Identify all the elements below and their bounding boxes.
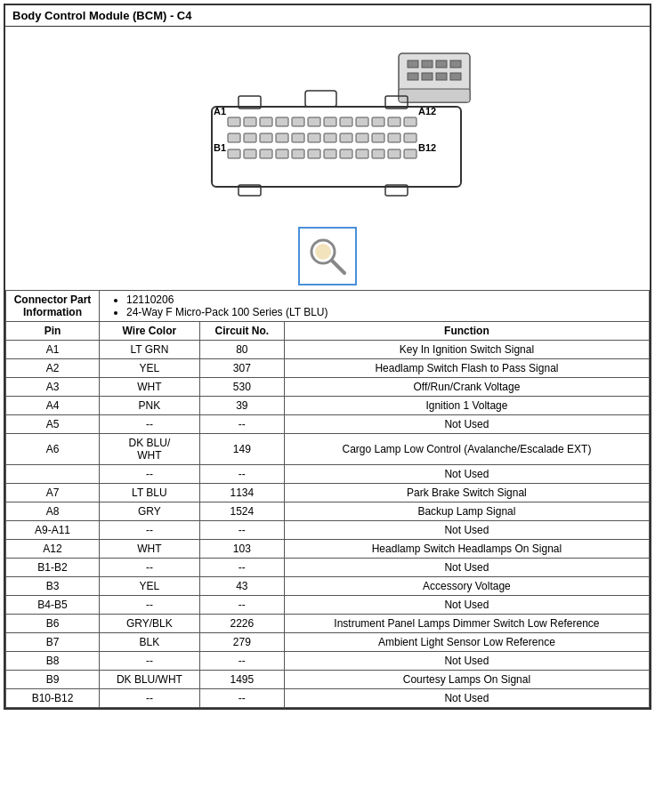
cell-pin: A3: [6, 378, 100, 397]
cell-circuit: 103: [199, 540, 284, 559]
svg-rect-46: [324, 149, 336, 158]
svg-rect-34: [324, 133, 336, 142]
cell-circuit: 307: [199, 359, 284, 378]
table-body: A1LT GRN80Key In Ignition Switch SignalA…: [6, 341, 650, 708]
svg-rect-1: [408, 60, 418, 68]
table-row: ----Not Used: [6, 465, 650, 484]
col-pin: Pin: [6, 322, 100, 341]
cell-circuit: --: [199, 521, 284, 540]
cell-circuit: --: [199, 652, 284, 671]
svg-rect-44: [292, 149, 304, 158]
table-row: A2YEL307Headlamp Switch Flash to Pass Si…: [6, 359, 650, 378]
cell-wire: DK BLU/WHT: [100, 671, 200, 689]
cell-pin: A1: [6, 341, 100, 359]
svg-rect-20: [292, 117, 304, 126]
col-function: Function: [284, 322, 649, 341]
svg-rect-28: [228, 133, 240, 142]
svg-text:A12: A12: [418, 106, 436, 117]
cell-function: Not Used: [284, 521, 649, 540]
table-row: A7LT BLU1134Park Brake Switch Signal: [6, 484, 650, 502]
cell-circuit: 1134: [199, 484, 284, 502]
svg-rect-27: [404, 117, 416, 126]
cell-function: Accessory Voltage: [284, 577, 649, 596]
cell-circuit: --: [199, 596, 284, 615]
table-row: B4-B5----Not Used: [6, 596, 650, 615]
svg-line-58: [332, 261, 344, 273]
svg-rect-3: [436, 60, 447, 68]
cell-pin: B6: [6, 615, 100, 633]
svg-rect-9: [399, 89, 470, 102]
cell-wire: --: [100, 559, 200, 577]
cell-pin: B1-B2: [6, 559, 100, 577]
cell-wire: --: [100, 596, 200, 615]
svg-rect-31: [276, 133, 288, 142]
svg-rect-25: [372, 117, 384, 126]
cell-wire: --: [100, 465, 200, 484]
svg-rect-33: [308, 133, 320, 142]
connector-table: Connector Part Information 12110206 24-W…: [5, 290, 650, 708]
magnifier-box: [298, 227, 357, 285]
connector-diagram: A1 A12 B1 B12: [158, 36, 497, 285]
cell-pin: A12: [6, 540, 100, 559]
svg-rect-16: [228, 117, 240, 126]
table-row: A4PNK39Ignition 1 Voltage: [6, 397, 650, 415]
cell-wire: --: [100, 521, 200, 540]
svg-rect-45: [308, 149, 320, 158]
cell-circuit: 279: [199, 633, 284, 652]
cell-circuit: --: [199, 415, 284, 434]
connector-part-row: Connector Part Information 12110206 24-W…: [6, 291, 650, 322]
svg-rect-37: [372, 133, 384, 142]
cell-function: Not Used: [284, 465, 649, 484]
svg-rect-12: [305, 91, 336, 107]
table-row: B1-B2----Not Used: [6, 559, 650, 577]
connector-svg: A1 A12 B1 B12: [158, 36, 497, 213]
cell-function: Not Used: [284, 415, 649, 434]
cell-pin: A5: [6, 415, 100, 434]
cell-function: Ambient Light Sensor Low Reference: [284, 633, 649, 652]
cell-pin: A8: [6, 502, 100, 521]
cell-wire: --: [100, 652, 200, 671]
svg-text:A1: A1: [214, 106, 226, 117]
svg-rect-50: [388, 149, 400, 158]
cell-wire: YEL: [100, 577, 200, 596]
cell-wire: --: [100, 689, 200, 708]
table-row: B10-B12----Not Used: [6, 689, 650, 708]
svg-rect-51: [404, 149, 416, 158]
cell-pin: B9: [6, 671, 100, 689]
connector-part-description: 24-Way F Micro-Pack 100 Series (LT BLU): [126, 306, 644, 318]
svg-rect-23: [340, 117, 352, 126]
cell-function: Instrument Panel Lamps Dimmer Switch Low…: [284, 615, 649, 633]
cell-pin: B7: [6, 633, 100, 652]
svg-rect-39: [404, 133, 416, 142]
cell-function: Off/Run/Crank Voltage: [284, 378, 649, 397]
cell-function: Cargo Lamp Low Control (Avalanche/Escala…: [284, 434, 649, 465]
cell-pin: A2: [6, 359, 100, 378]
svg-rect-24: [356, 117, 368, 126]
svg-rect-21: [308, 117, 320, 126]
cell-circuit: 149: [199, 434, 284, 465]
cell-circuit: 1495: [199, 671, 284, 689]
svg-rect-18: [260, 117, 272, 126]
cell-function: Headlamp Switch Headlamps On Signal: [284, 540, 649, 559]
table-row: B6GRY/BLK2226Instrument Panel Lamps Dimm…: [6, 615, 650, 633]
cell-wire: PNK: [100, 397, 200, 415]
cell-circuit: 530: [199, 378, 284, 397]
table-row: B8----Not Used: [6, 652, 650, 671]
svg-rect-8: [450, 73, 461, 80]
svg-rect-40: [228, 149, 240, 158]
cell-pin: B10-B12: [6, 689, 100, 708]
connector-part-label: Connector Part Information: [6, 291, 100, 322]
cell-function: Key In Ignition Switch Signal: [284, 341, 649, 359]
cell-wire: YEL: [100, 359, 200, 378]
cell-wire: --: [100, 415, 200, 434]
cell-circuit: --: [199, 689, 284, 708]
svg-rect-26: [388, 117, 400, 126]
svg-rect-35: [340, 133, 352, 142]
cell-circuit: --: [199, 465, 284, 484]
svg-rect-30: [260, 133, 272, 142]
cell-wire: WHT: [100, 378, 200, 397]
connector-part-info: 12110206 24-Way F Micro-Pack 100 Series …: [100, 291, 650, 322]
table-row: A9-A11----Not Used: [6, 521, 650, 540]
svg-rect-32: [292, 133, 304, 142]
cell-wire: LT GRN: [100, 341, 200, 359]
